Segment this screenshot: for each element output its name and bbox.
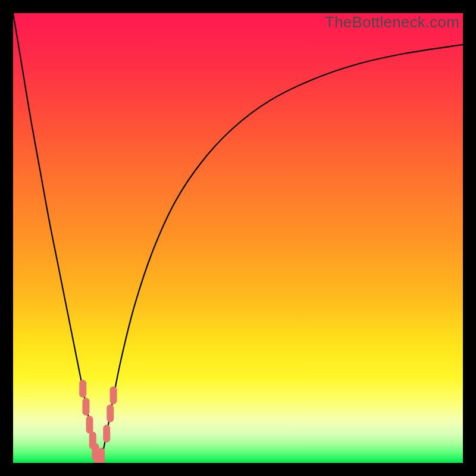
- data-point-marker: [79, 380, 86, 397]
- data-point-marker: [110, 387, 117, 405]
- chart-frame: TheBottleneck.com: [0, 0, 476, 476]
- data-point-marker: [82, 398, 89, 416]
- marker-layer: [13, 13, 463, 463]
- data-point-marker: [107, 405, 114, 422]
- data-point-marker: [103, 425, 110, 443]
- data-point-marker: [86, 416, 93, 434]
- plot-area: TheBottleneck.com: [13, 13, 463, 463]
- data-point-marker: [98, 447, 105, 463]
- watermark-text: TheBottleneck.com: [325, 13, 459, 32]
